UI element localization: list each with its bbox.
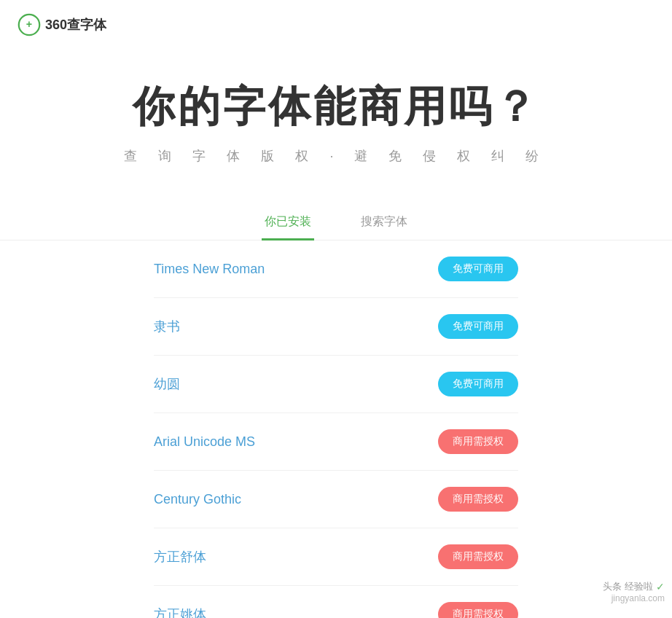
logo-icon: + [17,13,41,36]
svg-text:+: + [26,18,32,30]
font-name-4: Century Gothic [154,492,241,507]
tab-search[interactable]: 搜索字体 [358,208,410,240]
font-name-3: Arial Unicode MS [154,434,255,450]
watermark-text1: 头条 经验啦 [603,580,653,593]
font-item-4: Century Gothic 商用需授权 [154,471,518,528]
font-badge-5[interactable]: 商用需授权 [438,544,518,569]
watermark-line1: 头条 经验啦 ✓ [603,580,665,593]
font-name-1: 隶书 [154,318,180,335]
check-icon: ✓ [656,581,665,592]
font-item-6: 方正姚体 商用需授权 [154,586,518,618]
watermark: 头条 经验啦 ✓ jingyanla.com [603,580,665,603]
font-name-6: 方正姚体 [154,606,206,618]
font-badge-3[interactable]: 商用需授权 [438,429,518,454]
header: + 360查字体 [0,0,672,50]
logo-text: 360查字体 [45,16,106,34]
font-name-5: 方正舒体 [154,548,206,566]
font-item-2: 幼圆 免费可商用 [154,356,518,413]
font-item-5: 方正舒体 商用需授权 [154,528,518,586]
font-name-2: 幼圆 [154,375,180,393]
font-badge-6[interactable]: 商用需授权 [438,602,518,618]
hero-section: 你的字体能商用吗？ 查 询 字 体 版 权 · 避 免 侵 权 纠 纷 [0,50,672,187]
font-item-1: 隶书 免费可商用 [154,298,518,356]
font-list: Times New Roman 免费可商用 隶书 免费可商用 幼圆 免费可商用 … [81,240,591,618]
font-badge-0[interactable]: 免费可商用 [438,257,518,281]
watermark-line2: jingyanla.com [612,593,665,603]
hero-title: 你的字体能商用吗？ [15,79,657,136]
logo[interactable]: + 360查字体 [17,13,106,36]
tabs-container: 你已安装 搜索字体 [0,208,672,240]
font-item-3: Arial Unicode MS 商用需授权 [154,413,518,471]
font-badge-4[interactable]: 商用需授权 [438,487,518,512]
font-name-0: Times New Roman [154,262,265,277]
font-badge-1[interactable]: 免费可商用 [438,314,518,339]
hero-subtitle: 查 询 字 体 版 权 · 避 免 侵 权 纠 纷 [15,147,657,165]
font-badge-2[interactable]: 免费可商用 [438,372,518,396]
font-item-0: Times New Roman 免费可商用 [154,240,518,298]
tab-installed[interactable]: 你已安装 [262,208,314,240]
